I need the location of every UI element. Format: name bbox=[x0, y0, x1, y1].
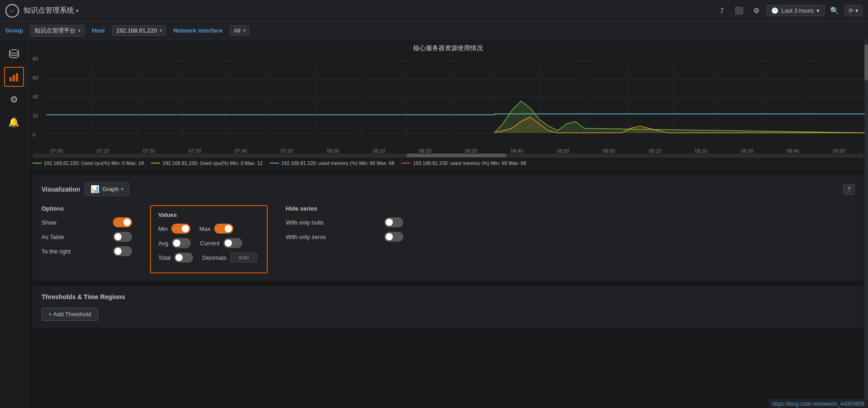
network-label: Network interface bbox=[173, 27, 222, 34]
search-button[interactable]: 🔍 bbox=[827, 4, 842, 18]
min-label: Min bbox=[158, 225, 168, 232]
y-label-80: 80 bbox=[33, 56, 38, 61]
legend-text-1: 192.168.81.220: Used cpu(%) Min: 0 Max: … bbox=[44, 160, 144, 166]
chart-y-labels: 80 60 40 20 0 bbox=[33, 56, 38, 137]
network-dropdown[interactable]: All ▾ bbox=[230, 25, 249, 36]
nulls-option: With only nulls bbox=[286, 217, 403, 227]
total-pair: Total bbox=[158, 253, 193, 263]
avg-pair: Avg bbox=[158, 238, 191, 248]
show-label: Show bbox=[42, 219, 57, 226]
refresh-button[interactable]: ⟳ ▾ bbox=[844, 5, 863, 16]
y-label-60: 60 bbox=[33, 75, 38, 80]
show-toggle[interactable] bbox=[113, 217, 132, 227]
total-toggle[interactable] bbox=[174, 253, 193, 263]
min-toggle[interactable] bbox=[171, 224, 190, 234]
y-label-40: 40 bbox=[33, 94, 38, 99]
network-chevron-icon: ▾ bbox=[243, 28, 245, 33]
content-area: 核心服务器资源使用情况 80 60 40 20 0 bbox=[28, 40, 868, 408]
avg-label: Avg bbox=[158, 240, 168, 247]
decimals-input[interactable] bbox=[230, 253, 257, 263]
help-button[interactable]: ? bbox=[844, 184, 854, 195]
show-option: Show bbox=[42, 217, 132, 227]
decimals-label: Decimals bbox=[202, 254, 226, 261]
chart-scrollbar[interactable] bbox=[33, 154, 863, 157]
legend-color-4 bbox=[401, 163, 410, 164]
values-title: Values bbox=[158, 211, 259, 218]
svg-marker-26 bbox=[495, 101, 868, 133]
footer-url: https://blog.csdn.net/weixin_44953658 bbox=[769, 399, 868, 408]
max-label: Max bbox=[199, 225, 211, 232]
chart-x-labels: 07:00 07:10 07:20 07:30 07:40 07:50 08:0… bbox=[28, 146, 868, 154]
zeros-toggle[interactable] bbox=[384, 232, 403, 242]
as-table-option: As Table bbox=[42, 232, 132, 242]
time-picker[interactable]: 🕐 Last 3 hours ▾ bbox=[766, 5, 825, 16]
legend-item-3: 192.168.81.220: used memory (%) Min: 65 … bbox=[270, 160, 395, 166]
legend-item-4: 192.168.81.230: used memory (%) Min: 65 … bbox=[401, 160, 526, 166]
zeros-label: With only zeros bbox=[286, 234, 326, 240]
avg-toggle[interactable] bbox=[172, 238, 191, 248]
thresholds-title: Thresholds & Time Regions bbox=[42, 293, 854, 300]
to-right-toggle[interactable] bbox=[113, 246, 132, 256]
host-value: 192.168.81.220 bbox=[116, 27, 157, 34]
back-button[interactable]: ← bbox=[5, 4, 19, 18]
group-label: Group bbox=[5, 27, 23, 34]
share-button[interactable]: ⤴ bbox=[715, 4, 729, 18]
legend-text-3: 192.168.81.220: used memory (%) Min: 65 … bbox=[281, 160, 395, 166]
hide-series-title: Hide series bbox=[286, 205, 403, 212]
y-label-0: 0 bbox=[33, 132, 38, 137]
nulls-label: With only nulls bbox=[286, 219, 324, 226]
options-section: Options Show As Table bbox=[42, 205, 132, 261]
legend-color-1 bbox=[33, 163, 42, 164]
sidebar-item-chart[interactable] bbox=[4, 67, 24, 87]
sidebar: ⚙ 🔔 bbox=[0, 40, 28, 408]
svg-rect-1 bbox=[9, 77, 12, 81]
as-table-toggle[interactable] bbox=[113, 232, 132, 242]
sidebar-item-alerts[interactable]: 🔔 bbox=[4, 112, 24, 132]
save-button[interactable]: ⬛ bbox=[732, 4, 746, 18]
host-dropdown[interactable]: 192.168.81.220 ▾ bbox=[112, 25, 166, 36]
right-scrollbar[interactable] bbox=[864, 40, 868, 408]
viz-type-label: Graph bbox=[102, 186, 118, 192]
settings-button[interactable]: ⚙ bbox=[749, 4, 764, 18]
y-label-20: 20 bbox=[33, 113, 38, 118]
viz-label: Visualization bbox=[42, 186, 80, 193]
hide-series-section: Hide series With only nulls With only ze… bbox=[286, 205, 403, 246]
top-nav-right: ⤴ ⬛ ⚙ 🕐 Last 3 hours ▾ 🔍 ⟳ ▾ bbox=[715, 4, 863, 18]
max-pair: Max bbox=[199, 224, 233, 234]
bar-chart-icon: 📊 bbox=[90, 185, 99, 193]
max-toggle[interactable] bbox=[214, 224, 233, 234]
total-label: Total bbox=[158, 254, 170, 261]
host-label: Host bbox=[92, 27, 105, 34]
options-row: Options Show As Table bbox=[42, 205, 854, 273]
current-toggle[interactable] bbox=[223, 238, 242, 248]
filter-bar: Group 知识点管理平台 ▾ Host 192.168.81.220 ▾ Ne… bbox=[0, 22, 868, 40]
group-dropdown[interactable]: 知识点管理平台 ▾ bbox=[30, 25, 85, 37]
viz-header: Visualization 📊 Graph ▾ ? bbox=[42, 182, 854, 196]
thresholds-section: Thresholds & Time Regions + Add Threshol… bbox=[33, 286, 863, 328]
min-max-row: Min Max bbox=[158, 224, 259, 234]
sidebar-item-database[interactable] bbox=[4, 44, 24, 64]
avg-current-row: Avg Current bbox=[158, 238, 259, 248]
to-right-label: To the right bbox=[42, 248, 71, 255]
sidebar-item-settings[interactable]: ⚙ bbox=[4, 89, 24, 109]
viz-type-button[interactable]: 📊 Graph ▾ bbox=[85, 182, 129, 196]
total-decimals-row: Total Decimals bbox=[158, 253, 259, 263]
chart-scrollbar-thumb[interactable] bbox=[406, 154, 506, 157]
network-value: All bbox=[234, 27, 240, 34]
min-pair: Min bbox=[158, 224, 190, 234]
svg-point-0 bbox=[9, 50, 19, 53]
group-value: 知识点管理平台 bbox=[34, 27, 75, 35]
main-container: ⚙ 🔔 核心服务器资源使用情况 80 60 40 20 0 bbox=[0, 40, 868, 408]
current-label: Current bbox=[200, 240, 219, 247]
nulls-toggle[interactable] bbox=[384, 217, 403, 227]
chart-container: 核心服务器资源使用情况 80 60 40 20 0 bbox=[28, 40, 868, 169]
right-scrollbar-thumb[interactable] bbox=[864, 44, 868, 80]
host-chevron-icon: ▾ bbox=[160, 28, 162, 33]
viz-type-chevron-icon: ▾ bbox=[121, 187, 123, 192]
chart-title: 核心服务器资源使用情况 bbox=[28, 44, 868, 52]
time-picker-label: Last 3 hours bbox=[781, 7, 814, 14]
legend-color-2 bbox=[151, 163, 160, 164]
legend-text-2: 192.168.81.230: Used cpu(%) Min: 0 Max: … bbox=[162, 160, 262, 166]
add-threshold-button[interactable]: + Add Threshold bbox=[42, 308, 98, 321]
panel-editor: Visualization 📊 Graph ▾ ? Options Show bbox=[33, 175, 863, 281]
